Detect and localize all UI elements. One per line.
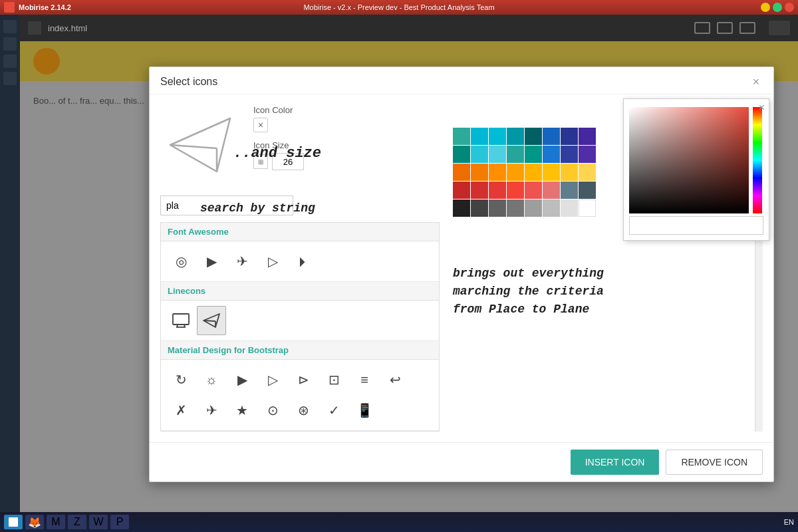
taskbar-item-3[interactable]: Z [68, 515, 86, 529]
palette-cyan-2[interactable] [471, 146, 488, 163]
color-size-controls: Icon Color × Icon Size ⊞ [253, 105, 440, 176]
palette-orange-dark[interactable] [453, 164, 470, 181]
modal-close-button[interactable]: × [749, 75, 763, 88]
palette-cyan-dark[interactable] [507, 128, 524, 145]
palette-black[interactable] [453, 200, 470, 217]
titlebar-center-text: Mobirise - v2.x - Preview dev - Best Pro… [303, 3, 494, 11]
palette-grey-3[interactable] [525, 200, 542, 217]
color-picker-inner [629, 107, 763, 213]
remove-icon-button[interactable]: REMOVE ICON [666, 450, 763, 475]
section-linecons: Linecons [161, 282, 439, 301]
palette-yellow-light[interactable] [579, 164, 596, 181]
close-btn[interactable] [785, 3, 794, 12]
palette-blue-grey[interactable] [561, 182, 578, 199]
font-awesome-icons: ◎ ▶ ✈ ▷ ⏵ [161, 241, 439, 282]
taskbar-item-1[interactable]: 🦊 [25, 515, 44, 529]
palette-grey[interactable] [489, 200, 506, 217]
insert-icon-button[interactable]: INSERT ICON [571, 450, 660, 475]
palette-cyan-light-2[interactable] [489, 146, 506, 163]
palette-red-light[interactable] [507, 182, 524, 199]
palette-red-3[interactable] [525, 182, 542, 199]
palette-grey-2[interactable] [507, 200, 524, 217]
icon-md-cast[interactable]: 📱 [350, 396, 379, 425]
palette-red-4[interactable] [543, 182, 560, 199]
palette-teal-3[interactable] [507, 146, 524, 163]
taskbar-item-5[interactable]: P [110, 515, 129, 529]
size-row: ⊞ [253, 153, 440, 170]
icon-fa-play-btn[interactable]: ⏵ [289, 247, 318, 276]
icon-preview [160, 105, 240, 185]
taskbar-item-4[interactable]: W [89, 515, 108, 529]
icon-lc-monitor[interactable] [166, 306, 196, 335]
palette-red-2[interactable] [489, 182, 506, 199]
icon-sections[interactable]: Font Awesome ◎ ▶ ✈ ▷ ⏵ Linecons [160, 222, 440, 432]
icon-md-flight[interactable]: ✈ [197, 396, 226, 425]
taskbar-item-2[interactable]: M [47, 515, 65, 529]
minimize-btn[interactable] [761, 3, 770, 12]
palette-blue-grey-dark[interactable] [579, 182, 596, 199]
palette-yellow[interactable] [561, 164, 578, 181]
palette-indigo[interactable] [561, 146, 578, 163]
taskbar-right: EN [784, 518, 794, 526]
palette-amber-dark[interactable] [489, 164, 506, 181]
icon-md-pin[interactable]: ⊙ [258, 396, 287, 425]
palette-teal-2[interactable] [453, 146, 470, 163]
section-material: Material Design for Bootstrap [161, 341, 439, 360]
color-close-button[interactable]: × [253, 118, 268, 132]
palette-yellow-amber[interactable] [543, 164, 560, 181]
icon-fa-play-circle[interactable]: ◎ [166, 247, 196, 276]
palette-cyan[interactable] [489, 128, 506, 145]
icon-md-check[interactable]: ✓ [319, 396, 348, 425]
start-button[interactable] [4, 515, 23, 529]
material-icons: ↻ ☼ ▶ ▷ ⊳ ⊡ ≡ ↩ ✗ ✈ ★ ⊙ ⊛ ✓ 📱 [161, 360, 439, 431]
gradient-picker[interactable] [629, 107, 749, 213]
palette-red-dark[interactable] [453, 182, 470, 199]
icon-color-label: Icon Color [253, 105, 440, 115]
icon-md-brightness[interactable]: ☼ [197, 365, 226, 394]
palette-indigo-dark[interactable] [561, 128, 578, 145]
left-panel: Icon Color × Icon Size ⊞ Font Awesome [160, 105, 440, 432]
taskbar: 🦊 M Z W P EN [0, 512, 798, 532]
palette-green-teal[interactable] [525, 146, 542, 163]
icon-fa-play-circle-o[interactable]: ▷ [258, 247, 287, 276]
color-hex-input[interactable] [629, 216, 763, 235]
svg-line-8 [203, 321, 215, 321]
palette-purple-dark[interactable] [579, 128, 596, 145]
palette-blue-dark[interactable] [543, 128, 560, 145]
annotation-brings: brings out everythingmarching the criter… [453, 265, 604, 319]
palette-white[interactable] [579, 200, 596, 217]
icon-fa-plane[interactable]: ✈ [227, 247, 257, 276]
palette-grey-light[interactable] [543, 200, 560, 217]
icon-md-play2[interactable]: ▷ [258, 365, 287, 394]
maximize-btn[interactable] [773, 3, 782, 12]
icon-md-refresh[interactable]: ↻ [166, 365, 196, 394]
hue-slider[interactable] [753, 107, 762, 213]
palette-orange[interactable] [471, 164, 488, 181]
palette-cyan-light[interactable] [471, 128, 488, 145]
icon-md-shop[interactable]: ⊛ [289, 396, 318, 425]
modal-title: Select icons [160, 76, 217, 88]
color-picker-close-button[interactable]: × [759, 102, 765, 114]
palette-teal-dark[interactable] [525, 128, 542, 145]
icon-fa-play[interactable]: ▶ [197, 247, 226, 276]
icon-md-undo[interactable]: ↩ [380, 365, 410, 394]
palette-blue[interactable] [543, 146, 560, 163]
palette-amber-light[interactable] [525, 164, 542, 181]
icon-md-noplane[interactable]: ✗ [166, 396, 196, 425]
icon-md-play3[interactable]: ⊳ [289, 365, 318, 394]
palette-grey-lighter[interactable] [561, 200, 578, 217]
palette-teal[interactable] [453, 128, 470, 145]
palette-amber[interactable] [507, 164, 524, 181]
icon-md-bag[interactable]: ⊡ [319, 365, 348, 394]
icon-md-star[interactable]: ★ [227, 396, 257, 425]
size-input[interactable] [272, 153, 304, 170]
paper-plane-preview-icon [167, 112, 233, 178]
icon-md-playlist[interactable]: ≡ [350, 365, 379, 394]
icon-md-play[interactable]: ▶ [227, 365, 257, 394]
icon-lc-plane[interactable] [197, 306, 226, 335]
search-input[interactable] [160, 196, 293, 215]
palette-grey-dark[interactable] [471, 200, 488, 217]
app-name: Mobirise 2.14.2 [19, 3, 71, 11]
palette-red[interactable] [471, 182, 488, 199]
palette-purple[interactable] [579, 146, 596, 163]
